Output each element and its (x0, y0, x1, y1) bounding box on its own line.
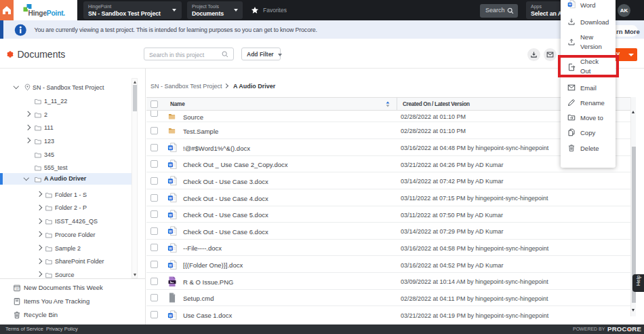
svg-text:HingePoint.: HingePoint. (28, 10, 66, 17)
